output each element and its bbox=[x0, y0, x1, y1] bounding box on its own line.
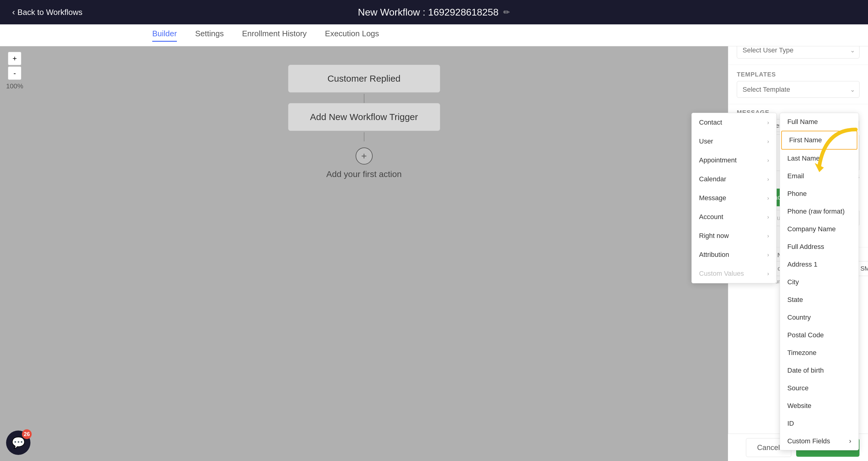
menu-item-right-now[interactable]: Right now › bbox=[692, 226, 776, 245]
templates-section: TEMPLATES Select Template ⌄ bbox=[728, 65, 868, 104]
chat-badge: 26 bbox=[22, 429, 32, 439]
submenu-source[interactable]: Source bbox=[780, 379, 859, 397]
add-action-label: Add your first action bbox=[327, 169, 402, 179]
submenu-website[interactable]: Website bbox=[780, 397, 859, 415]
menu-item-custom-values[interactable]: Custom Values › bbox=[692, 264, 776, 283]
submenu-state[interactable]: State bbox=[780, 291, 859, 309]
menu-item-message[interactable]: Message › bbox=[692, 189, 776, 207]
chat-icon-button[interactable]: 💬 26 bbox=[6, 431, 30, 455]
zoom-controls: + - 100% bbox=[6, 52, 23, 90]
edit-icon[interactable]: ✏ bbox=[503, 8, 510, 17]
submenu-first-name[interactable]: First Name bbox=[781, 131, 857, 150]
workflow-title: New Workflow : 1692928618258 ✏ bbox=[358, 7, 510, 18]
tab-execution-logs[interactable]: Execution Logs bbox=[325, 29, 379, 42]
contact-submenu: Full Name First Name Last Name Email Pho… bbox=[780, 113, 859, 450]
submenu-postal-code[interactable]: Postal Code bbox=[780, 326, 859, 344]
custom-values-sub-chevron-icon: › bbox=[767, 270, 769, 277]
menu-item-appointment[interactable]: Appointment › bbox=[692, 151, 776, 170]
header: ‹ Back to Workflows New Workflow : 16929… bbox=[0, 0, 868, 24]
chat-bubble-icon: 💬 bbox=[11, 436, 25, 449]
submenu-email[interactable]: Email bbox=[780, 167, 859, 185]
submenu-dob[interactable]: Date of birth bbox=[780, 362, 859, 379]
message-chevron-icon: › bbox=[767, 195, 769, 201]
contact-chevron-icon: › bbox=[767, 119, 769, 126]
menu-item-attribution[interactable]: Attribution › bbox=[692, 245, 776, 264]
back-label: Back to Workflows bbox=[18, 8, 82, 17]
menu-item-calendar[interactable]: Calendar › bbox=[692, 170, 776, 189]
submenu-company-name[interactable]: Company Name bbox=[780, 220, 859, 238]
submenu-full-name[interactable]: Full Name bbox=[780, 113, 859, 131]
menu-item-account[interactable]: Account › bbox=[692, 207, 776, 226]
back-arrow-icon: ‹ bbox=[12, 7, 15, 17]
customer-replied-node[interactable]: Customer Replied bbox=[288, 65, 440, 93]
tab-settings[interactable]: Settings bbox=[195, 29, 224, 42]
attribution-chevron-icon: › bbox=[767, 252, 769, 258]
calendar-chevron-icon: › bbox=[767, 176, 769, 182]
zoom-in-button[interactable]: + bbox=[8, 52, 21, 65]
submenu-city[interactable]: City bbox=[780, 273, 859, 291]
submenu-timezone[interactable]: Timezone bbox=[780, 344, 859, 362]
user-chevron-icon: › bbox=[767, 138, 769, 145]
template-select-wrapper: Select Template ⌄ bbox=[737, 81, 860, 98]
submenu-last-name[interactable]: Last Name bbox=[780, 150, 859, 167]
submenu-phone[interactable]: Phone bbox=[780, 185, 859, 203]
zoom-level: 100% bbox=[6, 82, 23, 90]
zoom-out-button[interactable]: - bbox=[8, 66, 21, 80]
add-trigger-node[interactable]: Add New Workflow Trigger bbox=[288, 103, 440, 131]
back-to-workflows-button[interactable]: ‹ Back to Workflows bbox=[12, 7, 83, 17]
submenu-phone-raw[interactable]: Phone (raw format) bbox=[780, 203, 859, 220]
submenu-full-address[interactable]: Full Address bbox=[780, 238, 859, 256]
submenu-custom-fields[interactable]: Custom Fields › bbox=[780, 432, 859, 450]
tab-builder[interactable]: Builder bbox=[152, 29, 177, 42]
workflow-canvas: Customer Replied Add New Workflow Trigge… bbox=[0, 46, 728, 461]
template-select[interactable]: Select Template bbox=[737, 81, 860, 98]
account-chevron-icon: › bbox=[767, 214, 769, 220]
submenu-address1[interactable]: Address 1 bbox=[780, 256, 859, 273]
custom-values-dropdown: Contact › User › Appointment › Calendar … bbox=[691, 113, 777, 283]
connector-line-1 bbox=[364, 94, 365, 103]
templates-label: TEMPLATES bbox=[737, 71, 860, 78]
right-now-chevron-icon: › bbox=[767, 233, 769, 239]
submenu-id[interactable]: ID bbox=[780, 415, 859, 432]
add-action-button[interactable]: + bbox=[355, 147, 373, 165]
custom-fields-chevron-icon: › bbox=[849, 437, 851, 445]
connector-line-2 bbox=[364, 132, 365, 141]
chat-widget: 💬 26 bbox=[6, 431, 30, 455]
tab-enrollment-history[interactable]: Enrollment History bbox=[242, 29, 307, 42]
submenu-country[interactable]: Country bbox=[780, 309, 859, 326]
tab-bar: Builder Settings Enrollment History Exec… bbox=[0, 24, 868, 46]
appointment-chevron-icon: › bbox=[767, 157, 769, 164]
title-text: New Workflow : 1692928618258 bbox=[358, 7, 499, 18]
menu-item-user[interactable]: User › bbox=[692, 132, 776, 151]
menu-item-contact[interactable]: Contact › bbox=[692, 113, 776, 132]
